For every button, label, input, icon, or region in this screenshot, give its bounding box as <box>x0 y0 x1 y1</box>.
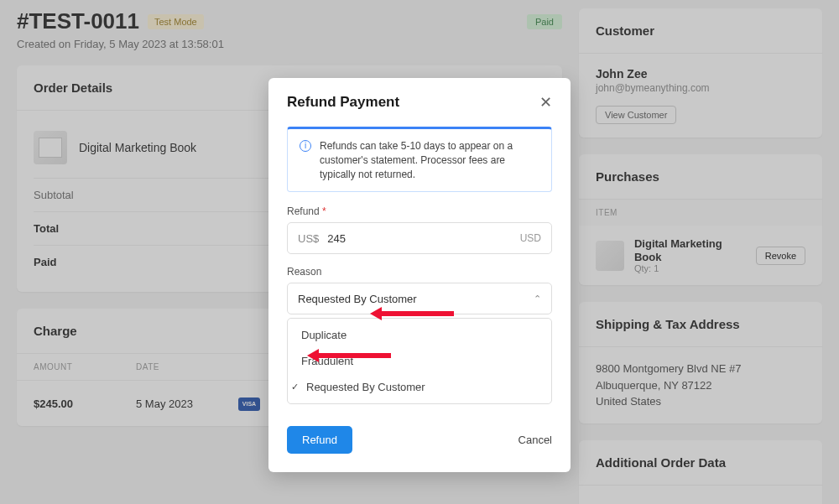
currency-suffix: USD <box>520 232 541 244</box>
close-icon[interactable]: ✕ <box>539 93 552 112</box>
chevron-up-icon: ⌃ <box>534 294 541 304</box>
refund-amount-input[interactable] <box>327 232 519 245</box>
refund-amount-input-wrap[interactable]: US$ USD <box>287 222 552 254</box>
reason-value: Requested By Customer <box>298 293 417 305</box>
reason-field-label: Reason <box>287 266 552 278</box>
cancel-button[interactable]: Cancel <box>519 434 552 446</box>
refund-field-label: Refund * <box>287 205 552 217</box>
refund-modal: Refund Payment ✕ i Refunds can take 5-10… <box>268 78 571 472</box>
reason-dropdown: Duplicate Fraudulent Requested By Custom… <box>287 318 552 404</box>
modal-overlay[interactable]: Refund Payment ✕ i Refunds can take 5-10… <box>0 0 839 504</box>
reason-option-fraudulent[interactable]: Fraudulent <box>288 348 551 374</box>
info-text: Refunds can take 5-10 days to appear on … <box>320 139 539 181</box>
info-icon: i <box>300 140 311 152</box>
reason-option-requested[interactable]: Requested By Customer <box>288 374 551 400</box>
currency-prefix: US$ <box>298 232 319 245</box>
info-box: i Refunds can take 5-10 days to appear o… <box>287 127 552 192</box>
reason-option-duplicate[interactable]: Duplicate <box>288 322 551 348</box>
reason-select[interactable]: Requested By Customer ⌃ <box>287 283 552 314</box>
modal-title: Refund Payment <box>287 94 399 111</box>
refund-submit-button[interactable]: Refund <box>287 426 352 454</box>
